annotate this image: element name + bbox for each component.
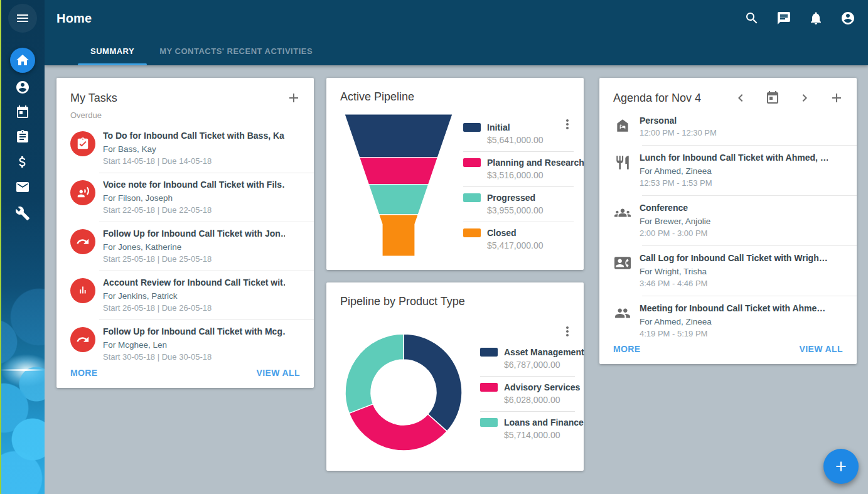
add-fab-button[interactable] bbox=[823, 449, 859, 484]
chevron-down-icon[interactable] bbox=[290, 330, 305, 345]
legend-label: Asset Management bbox=[504, 347, 584, 357]
event-time: 12:53 PM - 1:53 PM bbox=[640, 178, 828, 189]
task-list-item[interactable]: To Do for Inbound Call Ticket with Bass,… bbox=[56, 124, 314, 173]
sidebar-item-tasks[interactable] bbox=[15, 129, 30, 144]
people-icon bbox=[614, 305, 631, 321]
my-tasks-footer: MORE VIEW ALL bbox=[56, 360, 314, 388]
notifications-icon[interactable] bbox=[808, 11, 823, 26]
search-icon[interactable] bbox=[744, 11, 759, 26]
previous-day-icon[interactable] bbox=[733, 90, 748, 105]
legend-item: Advisory Services $6,028,000.00 bbox=[480, 376, 575, 411]
legend-value: $6,028,000.00 bbox=[504, 395, 575, 405]
next-day-icon[interactable] bbox=[797, 90, 812, 105]
legend-swatch bbox=[480, 383, 498, 392]
chevron-down-icon[interactable] bbox=[833, 119, 848, 134]
more-button[interactable]: MORE bbox=[70, 368, 98, 378]
assignment-turned-in-icon bbox=[76, 137, 90, 151]
chevron-down-icon[interactable] bbox=[290, 281, 305, 296]
tasks-icon bbox=[15, 129, 30, 144]
legend-label: Initial bbox=[487, 122, 510, 132]
sidebar-item-opportunities[interactable] bbox=[15, 154, 30, 169]
task-dates: Start 14-05-18 | Due 14-05-18 bbox=[103, 156, 285, 167]
tools-icon bbox=[15, 206, 30, 221]
agenda-list: Personal 12:00 PM - 12:30 PM Lunch for I… bbox=[599, 108, 857, 346]
money-icon bbox=[15, 154, 30, 169]
agenda-list-item[interactable]: Personal 12:00 PM - 12:30 PM bbox=[599, 108, 857, 145]
task-contact: For Filson, Joseph bbox=[103, 192, 285, 204]
sidebar bbox=[0, 0, 45, 494]
tab-my-contacts-recent-activities[interactable]: MY CONTACTS' RECENT ACTIVITIES bbox=[147, 36, 325, 65]
active-pipeline-card: Active Pipeline Initial $5,641,000.00 Pl… bbox=[326, 78, 584, 270]
tab-summary[interactable]: SUMMARY bbox=[78, 36, 147, 65]
task-list-item[interactable]: Follow Up for Inbound Call Ticket with J… bbox=[56, 222, 314, 271]
sidebar-item-home[interactable] bbox=[10, 48, 35, 73]
more-options-icon[interactable] bbox=[560, 324, 575, 339]
task-type-badge bbox=[70, 229, 95, 254]
legend-item: Loans and Finance $5,714,000.00 bbox=[480, 411, 575, 446]
contact-phone-icon bbox=[614, 255, 631, 271]
chat-icon[interactable] bbox=[776, 11, 791, 26]
calendar-icon[interactable] bbox=[765, 90, 780, 105]
task-list-item[interactable]: Voice note for Inbound Call Ticket with … bbox=[56, 173, 314, 222]
chevron-down-icon[interactable] bbox=[833, 257, 848, 272]
chevron-down-icon[interactable] bbox=[833, 307, 848, 322]
event-time: 12:00 PM - 12:30 PM bbox=[640, 127, 828, 139]
sidebar-nav bbox=[0, 0, 45, 494]
sidebar-item-contacts[interactable] bbox=[15, 80, 30, 95]
contacts-icon bbox=[15, 80, 30, 95]
screen-edge-accent bbox=[0, 0, 1, 494]
task-title: Account Review for Inbound Call Ticket w… bbox=[103, 276, 285, 289]
add-event-icon[interactable] bbox=[829, 90, 844, 105]
overdue-label: Overdue bbox=[56, 108, 314, 124]
legend-value: $6,787,000.00 bbox=[504, 360, 575, 370]
event-contact: For Wright, Trisha bbox=[640, 266, 828, 277]
poll-icon bbox=[76, 284, 90, 298]
redo-icon bbox=[76, 333, 90, 346]
legend-item: Initial $5,641,000.00 bbox=[463, 117, 574, 151]
calendar-icon bbox=[15, 105, 30, 120]
add-task-icon[interactable] bbox=[286, 90, 301, 105]
account-icon[interactable] bbox=[840, 11, 855, 26]
chevron-down-icon[interactable] bbox=[290, 183, 305, 198]
task-type-badge bbox=[70, 327, 95, 352]
legend-value: $5,714,000.00 bbox=[504, 430, 575, 440]
redo-icon bbox=[76, 235, 90, 249]
event-contact: For Brewer, Anjolie bbox=[640, 215, 828, 227]
task-dates: Start 22-05-18 | Due 22-05-18 bbox=[103, 205, 285, 216]
my-tasks-header: My Tasks bbox=[56, 78, 314, 108]
legend-item: Closed $5,417,000.00 bbox=[463, 222, 574, 257]
sidebar-item-settings[interactable] bbox=[15, 206, 30, 221]
chevron-down-icon[interactable] bbox=[833, 156, 848, 171]
night-shelter-icon bbox=[614, 117, 631, 134]
restaurant-icon bbox=[614, 154, 631, 171]
agenda-list-item[interactable]: Conference For Brewer, Anjolie 2:00 PM -… bbox=[599, 195, 857, 245]
topbar: Home SUMMARY MY CONTACTS' RECENT ACTIVIT… bbox=[45, 0, 868, 65]
task-contact: For Jones, Katherine bbox=[103, 241, 285, 253]
chevron-down-icon[interactable] bbox=[290, 232, 305, 247]
agenda-list-item[interactable]: Lunch for Inbound Call Ticket with Ahmed… bbox=[599, 145, 857, 195]
legend-item: Progressed $3,955,000.00 bbox=[463, 186, 574, 222]
chevron-down-icon[interactable] bbox=[290, 134, 305, 149]
task-title: To Do for Inbound Call Ticket with Bass,… bbox=[103, 129, 285, 142]
view-all-button[interactable]: VIEW ALL bbox=[256, 368, 300, 378]
view-all-button[interactable]: VIEW ALL bbox=[799, 344, 843, 354]
mail-icon bbox=[15, 180, 30, 195]
donut-legend: Asset Management $6,787,000.00 Advisory … bbox=[480, 341, 575, 446]
task-type-badge bbox=[70, 131, 95, 156]
sidebar-item-calendar[interactable] bbox=[15, 105, 30, 120]
legend-item: Asset Management $6,787,000.00 bbox=[480, 341, 575, 376]
task-title: Voice note for Inbound Call Ticket with … bbox=[103, 178, 285, 191]
sidebar-item-email[interactable] bbox=[15, 180, 30, 195]
more-button[interactable]: MORE bbox=[613, 344, 641, 354]
legend-label: Planning and Research bbox=[487, 158, 584, 168]
task-list-item[interactable]: Account Review for Inbound Call Ticket w… bbox=[56, 271, 314, 319]
card-title: My Tasks bbox=[70, 92, 117, 105]
tab-bar: SUMMARY MY CONTACTS' RECENT ACTIVITIES bbox=[45, 36, 868, 65]
legend-swatch bbox=[480, 418, 498, 427]
task-contact: For Mcghee, Len bbox=[103, 339, 285, 351]
task-type-badge bbox=[70, 278, 95, 303]
agenda-list-item[interactable]: Call Log for Inbound Call Ticket with Wr… bbox=[599, 245, 857, 296]
event-title: Call Log for Inbound Call Ticket with Wr… bbox=[640, 252, 828, 264]
pipeline-product-card: Pipeline by Product Type Asset Managemen… bbox=[326, 282, 584, 471]
chevron-down-icon[interactable] bbox=[833, 207, 848, 222]
